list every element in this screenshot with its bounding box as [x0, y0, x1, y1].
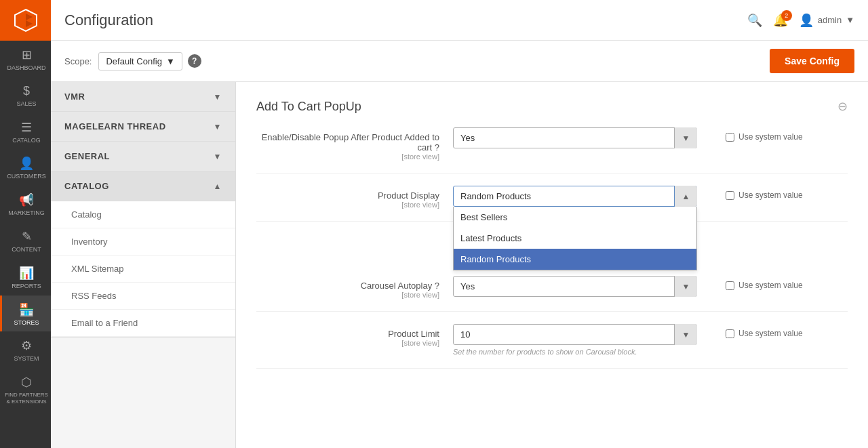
sidebar-item-label: Content: [12, 246, 41, 253]
stores-icon: 🏪: [19, 302, 34, 317]
notification-button[interactable]: 🔔 2: [773, 13, 788, 28]
help-icon[interactable]: ?: [188, 54, 201, 68]
section-header-magelearn[interactable]: MAGELEARN THREAD ▼: [51, 112, 235, 142]
sidebar-item-label: Catalog: [12, 137, 41, 144]
config-control-enable: Yes No ▼: [453, 127, 726, 148]
sidebar-item-dashboard[interactable]: ⊞ Dashboard: [0, 41, 51, 77]
section-header-vmr[interactable]: VMR ▼: [51, 82, 235, 112]
scope-value: Default Config: [106, 56, 161, 66]
option-random-products[interactable]: Random Products: [454, 249, 696, 270]
sidebar-item-label: Reports: [12, 283, 41, 290]
customers-icon: 👤: [19, 156, 34, 171]
collapse-icon[interactable]: ⊖: [837, 99, 848, 114]
sidebar-item-extensions[interactable]: ⬡ Find Partners & Extensions: [0, 368, 51, 410]
use-system-product-limit: Use system value: [726, 324, 848, 338]
main-area: Configuration 🔍 🔔 2 👤 admin ▼ Scope: Def…: [51, 0, 868, 448]
sidebar-item-customers[interactable]: 👤 Customers: [0, 149, 51, 186]
chevron-down-icon: ▼: [214, 122, 222, 131]
config-control-product-limit: 10 5 15 20 ▼ Set the number for products…: [453, 324, 726, 356]
reports-icon: 📊: [19, 266, 34, 281]
user-avatar-icon: 👤: [799, 13, 814, 28]
chevron-down-icon: ▼: [214, 152, 222, 161]
search-icon[interactable]: 🔍: [747, 13, 762, 28]
carousel-select-wrapper: Yes No ▼: [453, 276, 697, 297]
enable-select-wrapper: Yes No ▼: [453, 127, 697, 148]
system-icon: ⚙: [21, 338, 32, 353]
catalog-section-items: Catalog Inventory XML Sitemap RSS Feeds …: [51, 201, 235, 338]
use-system-label: Use system value: [738, 132, 803, 142]
scope-bar: Scope: Default Config ▼ ? Save Config: [51, 41, 868, 82]
use-system-product-display: Use system value: [726, 186, 848, 200]
content-area: VMR ▼ MAGELEARN THREAD ▼ GENERAL ▼ CATAL…: [51, 82, 868, 448]
top-header: Configuration 🔍 🔔 2 👤 admin ▼: [51, 0, 868, 41]
config-row-enable: Enable/Disable Popup After Product Added…: [256, 127, 848, 174]
section-header-general[interactable]: GENERAL ▼: [51, 142, 235, 171]
sidebar-item-marketing[interactable]: 📢 Marketing: [0, 186, 51, 222]
config-label-product-display: Product Display [store view]: [256, 186, 453, 209]
config-control-carousel: Yes No ▼: [453, 276, 726, 297]
marketing-icon: 📢: [19, 192, 34, 207]
config-control-product-display: Random Products ▲ Best Sellers Latest Pr…: [453, 186, 726, 207]
config-row-product-limit: Product Limit [store view] 10 5 15 20 ▼ …: [256, 324, 848, 369]
config-row-carousel: Carousel Autoplay ? [store view] Yes No …: [256, 276, 848, 312]
sidebar-item-sales[interactable]: $ Sales: [0, 77, 51, 113]
use-system-label: Use system value: [738, 190, 803, 200]
catalog-item-inventory[interactable]: Inventory: [51, 228, 235, 256]
scope-chevron-icon: ▼: [166, 56, 175, 66]
use-system-checkbox-carousel[interactable]: [726, 281, 734, 290]
product-limit-select-wrapper: 10 5 15 20 ▼: [453, 324, 697, 345]
sidebar-item-label: Customers: [7, 173, 45, 180]
header-actions: 🔍 🔔 2 👤 admin ▼: [747, 13, 854, 28]
product-display-dropdown: Best Sellers Latest Products Random Prod…: [453, 207, 697, 270]
sidebar-item-reports[interactable]: 📊 Reports: [0, 259, 51, 296]
section-label-magelearn: MAGELEARN THREAD: [64, 121, 166, 131]
sidebar-item-system[interactable]: ⚙ System: [0, 331, 51, 368]
sidebar-item-content[interactable]: ✎ Content: [0, 222, 51, 259]
chevron-down-icon: ▼: [214, 92, 222, 102]
enable-select[interactable]: Yes No: [453, 127, 697, 148]
catalog-icon: ☰: [21, 120, 32, 135]
section-header-catalog[interactable]: CATALOG ▲: [51, 171, 235, 201]
sidebar-item-stores[interactable]: 🏪 Stores: [0, 296, 51, 332]
notification-badge: 2: [781, 10, 792, 21]
use-system-label: Use system value: [738, 281, 803, 290]
left-panel: VMR ▼ MAGELEARN THREAD ▼ GENERAL ▼ CATAL…: [51, 82, 236, 448]
section-label-general: GENERAL: [64, 151, 110, 161]
chevron-up-icon: ▲: [214, 182, 222, 191]
sidebar: ⊞ Dashboard $ Sales ☰ Catalog 👤 Customer…: [0, 0, 51, 448]
catalog-item-rss-feeds[interactable]: RSS Feeds: [51, 283, 235, 310]
use-system-carousel: Use system value: [726, 276, 848, 290]
product-limit-hint: Set the number for products to show on C…: [453, 348, 726, 356]
config-row-product-display: Product Display [store view] Random Prod…: [256, 186, 848, 222]
sidebar-item-label: Stores: [14, 319, 39, 327]
sidebar-logo[interactable]: [0, 0, 51, 41]
use-system-checkbox-enable[interactable]: [726, 133, 734, 142]
catalog-item-xml-sitemap[interactable]: XML Sitemap: [51, 256, 235, 283]
product-display-select[interactable]: Random Products: [453, 186, 697, 207]
scope-label: Scope:: [64, 56, 92, 66]
sales-icon: $: [23, 84, 30, 98]
catalog-item-email-friend[interactable]: Email to a Friend: [51, 310, 235, 337]
option-latest-products[interactable]: Latest Products: [454, 228, 696, 249]
carousel-select[interactable]: Yes No: [453, 276, 697, 297]
use-system-enable: Use system value: [726, 127, 848, 142]
sidebar-item-catalog[interactable]: ☰ Catalog: [0, 113, 51, 150]
user-name: admin: [818, 15, 842, 25]
user-menu[interactable]: 👤 admin ▼: [799, 13, 854, 28]
sidebar-item-label: System: [14, 355, 39, 363]
use-system-label: Use system value: [738, 329, 803, 338]
panel-title: Add To Cart PopUp ⊖: [256, 99, 848, 114]
catalog-item-catalog[interactable]: Catalog: [51, 201, 235, 228]
sidebar-item-label: Find Partners & Extensions: [5, 392, 48, 405]
use-system-checkbox-product-limit[interactable]: [726, 329, 734, 338]
save-config-button[interactable]: Save Config: [770, 49, 854, 73]
page-title: Configuration: [64, 12, 747, 29]
product-limit-select[interactable]: 10 5 15 20: [453, 324, 697, 345]
right-panel: Add To Cart PopUp ⊖ Enable/Disable Popup…: [236, 82, 868, 448]
user-chevron-icon: ▼: [846, 15, 854, 25]
option-best-sellers[interactable]: Best Sellers: [454, 207, 696, 228]
scope-select[interactable]: Default Config ▼: [98, 52, 182, 70]
use-system-checkbox-product-display[interactable]: [726, 191, 734, 200]
product-display-select-wrapper: Random Products ▲: [453, 186, 697, 207]
content-icon: ✎: [22, 229, 32, 244]
